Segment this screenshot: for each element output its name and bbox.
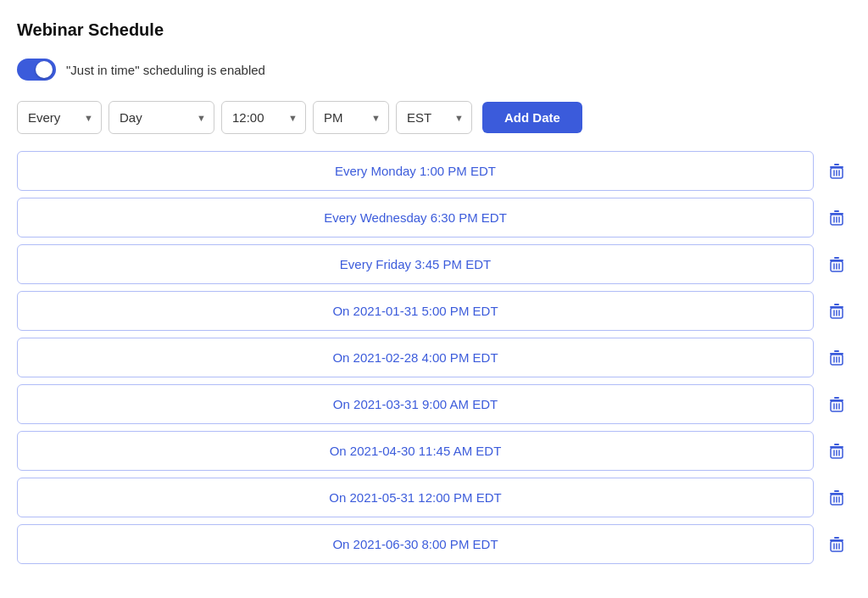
schedule-entry: On 2021-01-31 5:00 PM EDT: [17, 291, 814, 331]
schedule-entry: Every Friday 3:45 PM EDT: [17, 244, 814, 284]
list-item: Every Wednesday 6:30 PM EDT: [17, 198, 851, 238]
delete-button[interactable]: [822, 204, 851, 232]
delete-button[interactable]: [822, 157, 851, 186]
list-item: On 2021-06-30 8:00 PM EDT: [17, 524, 851, 564]
svg-rect-7: [834, 210, 839, 212]
list-item: On 2021-04-30 11:45 AM EDT: [17, 431, 851, 471]
tz-dropdown[interactable]: EST CST MST PST EDT CDT MDT PDT: [396, 101, 472, 134]
schedule-entry: Every Monday 1:00 PM EDT: [17, 151, 814, 191]
jit-toggle[interactable]: [17, 59, 56, 81]
schedule-entry: On 2021-06-30 8:00 PM EDT: [17, 524, 814, 564]
delete-button[interactable]: [822, 530, 851, 559]
svg-rect-25: [834, 350, 839, 352]
svg-rect-19: [834, 304, 839, 305]
schedule-entry: On 2021-05-31 12:00 PM EDT: [17, 478, 814, 517]
time-dropdown[interactable]: 12:00 1:00 2:00 3:00 4:00 5:00 6:00 7:00…: [221, 101, 306, 134]
time-select: 12:00 1:00 2:00 3:00 4:00 5:00 6:00 7:00…: [221, 101, 306, 134]
schedule-entry: On 2021-02-28 4:00 PM EDT: [17, 338, 814, 377]
list-item: On 2021-02-28 4:00 PM EDT: [17, 338, 851, 377]
tz-select: EST CST MST PST EDT CDT MDT PDT ▼: [396, 101, 472, 134]
ampm-select: AM PM ▼: [313, 101, 389, 134]
delete-button[interactable]: [822, 483, 851, 512]
svg-rect-37: [834, 444, 839, 445]
trash-icon: [829, 256, 844, 273]
day-select: Day Monday Tuesday Wednesday Thursday Fr…: [108, 101, 214, 134]
page-title: Webinar Schedule: [17, 20, 851, 40]
list-item: Every Friday 3:45 PM EDT: [17, 244, 851, 284]
svg-rect-49: [834, 537, 839, 539]
svg-rect-13: [834, 257, 839, 259]
jit-toggle-row: "Just in time" scheduling is enabled: [17, 59, 851, 81]
trash-icon: [829, 489, 844, 506]
trash-icon: [829, 536, 844, 553]
trash-icon: [829, 443, 844, 460]
schedule-entry: On 2021-04-30 11:45 AM EDT: [17, 431, 814, 471]
delete-button[interactable]: [822, 297, 851, 326]
trash-icon: [829, 210, 844, 226]
svg-rect-31: [834, 397, 839, 399]
frequency-select: Every On ▼: [17, 101, 102, 134]
delete-button[interactable]: [822, 250, 851, 279]
trash-icon: [829, 303, 844, 320]
controls-row: Every On ▼ Day Monday Tuesday Wednesday …: [17, 101, 851, 134]
ampm-dropdown[interactable]: AM PM: [313, 101, 389, 134]
day-dropdown[interactable]: Day Monday Tuesday Wednesday Thursday Fr…: [108, 101, 214, 134]
jit-label: "Just in time" scheduling is enabled: [66, 63, 265, 77]
delete-button[interactable]: [822, 437, 851, 466]
svg-rect-43: [834, 490, 839, 492]
trash-icon: [829, 396, 844, 413]
list-item: On 2021-01-31 5:00 PM EDT: [17, 291, 851, 331]
svg-rect-1: [834, 164, 839, 165]
schedule-list: Every Monday 1:00 PM EDT Every Wednesday…: [17, 151, 851, 564]
list-item: Every Monday 1:00 PM EDT: [17, 151, 851, 191]
list-item: On 2021-05-31 12:00 PM EDT: [17, 478, 851, 517]
delete-button[interactable]: [822, 390, 851, 419]
toggle-thumb: [36, 61, 53, 78]
schedule-entry: On 2021-03-31 9:00 AM EDT: [17, 384, 814, 424]
add-date-button[interactable]: Add Date: [482, 102, 582, 133]
schedule-entry: Every Wednesday 6:30 PM EDT: [17, 198, 814, 238]
frequency-dropdown[interactable]: Every On: [17, 101, 102, 134]
trash-icon: [829, 163, 844, 180]
list-item: On 2021-03-31 9:00 AM EDT: [17, 384, 851, 424]
trash-icon: [829, 349, 844, 366]
delete-button[interactable]: [822, 344, 851, 372]
